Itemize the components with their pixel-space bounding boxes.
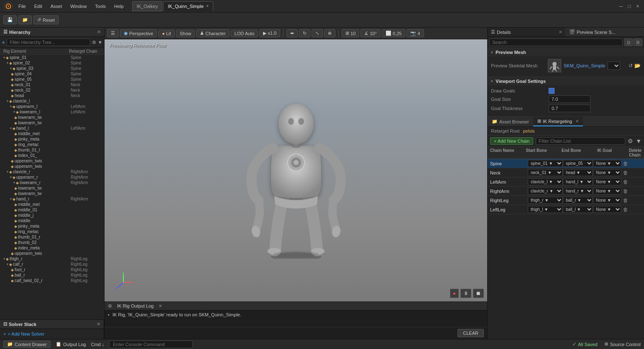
list-item[interactable]: ▾◆ hand_l LeftArm (0, 126, 104, 131)
tab-ik-quinn[interactable]: IK_Quinn_Simple × (163, 1, 213, 11)
save-button[interactable]: 💾 (3, 15, 17, 24)
list-item[interactable]: ◆ lowerarm_tw (0, 120, 104, 126)
chain-settings-button[interactable]: ⚙ (628, 138, 633, 144)
chain-delete-leftarm-button[interactable]: 🗑 (621, 179, 630, 185)
list-item[interactable]: ◆ ring_metac (0, 142, 104, 147)
chain-delete-spine-button[interactable]: 🗑 (621, 161, 630, 167)
menu-window[interactable]: Window (69, 3, 88, 10)
close-button[interactable]: × (635, 3, 641, 9)
list-item[interactable]: ▾◆ lowerarm_l LeftArm (0, 109, 104, 115)
list-item[interactable]: ▾◆ lowerarm_r RightArm (0, 180, 104, 185)
character-button[interactable]: ♟ Character (196, 29, 229, 37)
list-item[interactable]: ▾◆ clavicle_r RightArm (0, 169, 104, 174)
goal-thickness-input[interactable] (549, 105, 590, 112)
viewport-menu-button[interactable]: ☰ (107, 29, 119, 37)
list-item[interactable]: ◆ calf_twist_02_r RightLeg (0, 278, 104, 283)
chain-start-rightleg[interactable]: thigh_r ▼ (528, 197, 563, 204)
angle-button[interactable]: ∡ 10° (360, 29, 381, 37)
chain-row-leftarm[interactable]: LeftArm clavicle_l ▼ hand_l ▼ None ▼ 🗑 (488, 177, 644, 187)
list-item[interactable]: ◆ spine_04 Spine (0, 71, 104, 77)
minimize-button[interactable]: ─ (618, 3, 624, 9)
menu-edit[interactable]: Edit (33, 3, 44, 10)
clear-log-button[interactable]: CLEAR (457, 329, 484, 337)
chain-goal-spine[interactable]: None ▼ (593, 160, 621, 167)
pause-button[interactable]: ⏸ (460, 289, 471, 298)
details-search-input[interactable] (489, 38, 623, 46)
chain-row-rightleg[interactable]: RightLeg thigh_r ▼ ball_r ▼ None ▼ 🗑 (488, 196, 644, 205)
chain-end-rightarm[interactable]: hand_r ▼ (563, 187, 593, 195)
chain-start-leftarm[interactable]: clavicle_l ▼ (528, 178, 563, 185)
chain-row-rightarm[interactable]: RightArm clavicle_r ▼ hand_r ▼ None ▼ 🗑 (488, 187, 644, 196)
output-log-close-button[interactable]: ✕ (158, 303, 162, 309)
chain-delete-rightleg-button[interactable]: 🗑 (621, 198, 630, 203)
list-item[interactable]: ◆ thumb_02 (0, 240, 104, 245)
grid-button[interactable]: ⊞ 10 (342, 29, 359, 37)
chain-start-neck[interactable]: neck_01 ▼ (528, 169, 563, 176)
chain-row-leftleg[interactable]: LeftLeg thigh_l ▼ ball_l ▼ None ▼ 🗑 (488, 205, 644, 214)
add-new-chain-button[interactable]: + Add New Chain (490, 137, 533, 145)
browse-button[interactable]: 📁 (18, 15, 32, 24)
tab-close-icon[interactable]: × (206, 4, 209, 8)
content-drawer-button[interactable]: 📁 Content Drawer (3, 341, 51, 348)
tab-ik-oalkey[interactable]: IK_Oalkey (132, 1, 163, 11)
preview-mesh-section-header[interactable]: ▾ Preview Mesh (488, 48, 644, 56)
maximize-button[interactable]: □ (626, 3, 632, 9)
list-item[interactable]: ◆ index_01_ (0, 153, 104, 158)
draw-goals-checkbox[interactable] (549, 88, 555, 94)
viewport-area[interactable]: Previewing Reference Pose (105, 39, 487, 301)
list-item[interactable]: ◆ thumb_01_r (0, 234, 104, 240)
perspective-button[interactable]: ◉ Perspective (120, 29, 157, 37)
list-item[interactable]: ◆ upperarm_twis (0, 158, 104, 164)
chain-end-rightleg[interactable]: ball_r ▼ (563, 197, 593, 204)
list-item[interactable]: ▾◆ spine_02 Spine (0, 60, 104, 66)
chain-dropdown-button[interactable]: ▼ (636, 138, 641, 144)
chain-end-leftarm[interactable]: hand_l ▼ (563, 178, 593, 185)
list-item[interactable]: ◆ pinky_meta (0, 136, 104, 142)
list-item[interactable]: ◆ foot_r RightLeg (0, 267, 104, 272)
list-item[interactable]: ◆ neck_02 Neck (0, 87, 104, 93)
tab-details[interactable]: ☰ Details ✕ (488, 28, 566, 36)
list-item[interactable]: ▾◆ thigh_r RightLeg (0, 256, 104, 262)
list-item[interactable]: ◆ lowerarm_tw (0, 191, 104, 196)
output-log-tab[interactable]: IK Rig Output Log (115, 303, 155, 309)
tab-ik-retargeting[interactable]: ⊞ IK Retargeting ✕ (533, 117, 583, 126)
list-item[interactable]: ◆ middle_j (0, 213, 104, 218)
menu-tools[interactable]: Tools (93, 3, 107, 10)
source-control-button[interactable]: ⚙ Source Control (604, 341, 641, 347)
list-item[interactable]: ◆ middle_met (0, 202, 104, 207)
list-item[interactable]: ◆ middle_01 (0, 207, 104, 213)
transform-button[interactable]: ⊕ (324, 29, 335, 37)
cmd-status[interactable]: Cmd ↓ (91, 342, 104, 347)
list-item[interactable]: ▾◆ spine_03 Spine (0, 66, 104, 71)
ik-retargeting-close-button[interactable]: ✕ (575, 119, 579, 123)
chain-goal-rightarm[interactable]: None ▼ (593, 187, 621, 195)
list-item[interactable]: ◆ neck_01 Neck (0, 82, 104, 87)
hierarchy-close-button[interactable]: ✕ (97, 29, 101, 35)
list-item[interactable]: ◆ ring_metac (0, 229, 104, 234)
camera-move-button[interactable]: ⬌ (286, 29, 298, 37)
list-item[interactable]: ◆ ball_r RightLeg (0, 272, 104, 278)
reset-button[interactable]: ↺ Reset (33, 15, 59, 24)
chain-end-spine[interactable]: spine_05 ▼ (563, 160, 593, 167)
scale-vp-button[interactable]: ⤡ (312, 29, 323, 37)
hierarchy-search-input[interactable] (7, 38, 90, 46)
chain-end-leftleg[interactable]: ball_l ▼ (563, 206, 593, 213)
tab-asset-browser[interactable]: 📁 Asset Browser (488, 117, 533, 126)
hierarchy-dropdown-icon[interactable]: ▼ (98, 40, 102, 45)
list-item[interactable]: ◆ middle_met (0, 131, 104, 136)
goal-size-input[interactable] (549, 95, 590, 103)
lod-button[interactable]: LOD Auto (231, 30, 258, 37)
chain-goal-leftarm[interactable]: None ▼ (593, 178, 621, 185)
details-options-button[interactable]: ☰ (634, 38, 642, 46)
chain-row-spine[interactable]: Spine spine_01 ▼ spine_05 ▼ None ▼ 🗑 (488, 159, 644, 168)
list-item[interactable]: ▾◆ upperarm_l LeftArm (0, 104, 104, 109)
scale-button[interactable]: ⬜ 0,25 (382, 29, 405, 37)
chain-goal-leftleg[interactable]: None ▼ (593, 206, 621, 213)
solver-close-button[interactable]: ✕ (97, 321, 100, 327)
output-log-status[interactable]: 📋 Output Log (56, 341, 86, 347)
tab-preview-scene[interactable]: 🎬 Preview Scene S... (566, 28, 644, 36)
console-input[interactable] (109, 341, 193, 348)
rotate-button[interactable]: ↻ (299, 29, 310, 37)
mesh-dropdown[interactable] (608, 62, 620, 70)
cam-num-button[interactable]: 📷 4 (406, 29, 424, 37)
